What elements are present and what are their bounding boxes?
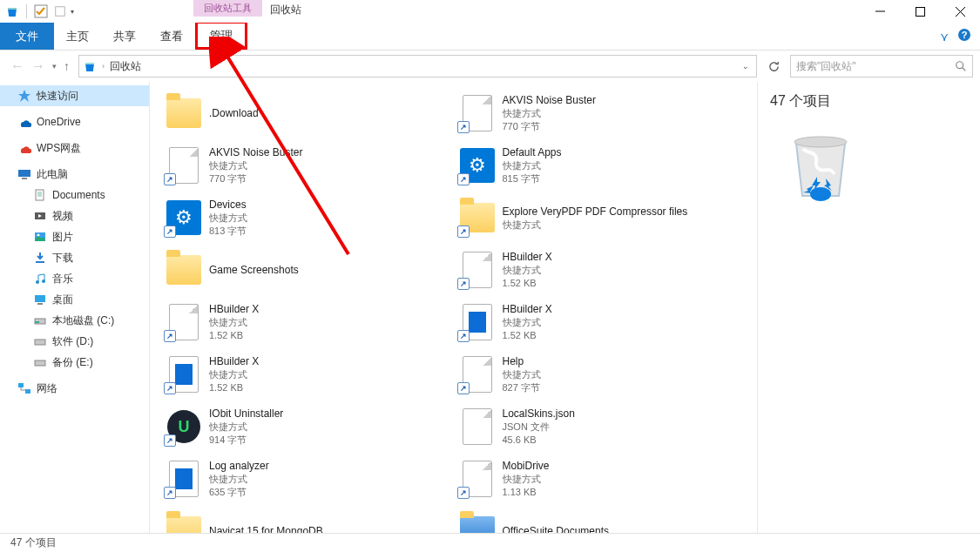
file-type: 快捷方式 [503, 368, 541, 381]
close-button[interactable] [940, 0, 980, 23]
file-item[interactable]: Help快捷方式827 字节 [454, 348, 747, 401]
file-item[interactable]: HBuilder X快捷方式1.52 KB [160, 348, 454, 401]
sidebar-item-label: 备份 (E:) [52, 355, 93, 370]
navigation-bar: ← → ▾ ↑ › 回收站 ⌄ [0, 50, 980, 82]
unknown-qat-icon[interactable] [51, 3, 69, 20]
file-item[interactable]: .Download [160, 87, 454, 139]
file-name: MobiDrive [503, 459, 550, 473]
qat-dropdown-icon[interactable] [71, 3, 78, 19]
sidebar-item-downloads[interactable]: 下载 [0, 247, 149, 268]
file-name: LocalSkins.json [503, 407, 575, 421]
network-icon [17, 381, 31, 395]
navigation-pane[interactable]: 快速访问 OneDrive WPS网盘 此电脑 Documents [0, 82, 150, 533]
content-area: 快速访问 OneDrive WPS网盘 此电脑 Documents [0, 82, 980, 533]
help-icon[interactable]: ? [957, 28, 971, 44]
cloud-icon [17, 115, 31, 129]
file-item[interactable]: HBuilder X快捷方式1.52 KB [454, 296, 747, 348]
minimize-button[interactable] [860, 0, 900, 23]
svg-point-14 [36, 280, 39, 284]
sidebar-item-drive-d[interactable]: 软件 (D:) [0, 331, 149, 352]
file-type: 快捷方式 [503, 159, 562, 172]
up-button[interactable]: ↑ [64, 59, 70, 73]
tab-home[interactable]: 主页 [54, 23, 101, 50]
file-name: Log analyzer [209, 459, 269, 473]
file-list[interactable]: .DownloadAKVIS Noise Buster快捷方式770 字节⚙De… [150, 82, 757, 533]
file-item[interactable]: ⚙Default Apps快捷方式815 字节 [454, 139, 747, 192]
maximize-button[interactable] [900, 0, 940, 23]
svg-marker-6 [18, 90, 30, 102]
status-bar: 47 个项目 [0, 533, 980, 552]
file-name: Explore VeryPDF PDF Compressor files [503, 205, 688, 219]
tab-file[interactable]: 文件 [0, 23, 54, 50]
sidebar-item-label: 本地磁盘 (C:) [52, 313, 114, 328]
file-size: 1.52 KB [503, 329, 552, 342]
star-icon [17, 89, 31, 103]
sidebar-item-pictures[interactable]: 图片 [0, 226, 149, 247]
tab-view[interactable]: 查看 [148, 23, 195, 50]
file-name: IObit Uninstaller [209, 407, 283, 421]
context-tab-label: 回收站工具 [193, 0, 262, 17]
file-item[interactable]: ⚙Devices快捷方式813 字节 [160, 192, 454, 244]
file-name: HBuilder X [503, 250, 552, 264]
sidebar-item-label: Documents [52, 189, 105, 201]
file-item[interactable]: OfficeSuite Documents [454, 505, 747, 533]
file-item[interactable]: Explore VeryPDF PDF Compressor files快捷方式 [454, 192, 747, 244]
refresh-button[interactable] [762, 55, 785, 77]
sidebar-item-onedrive[interactable]: OneDrive [0, 111, 149, 132]
file-item[interactable]: HBuilder X快捷方式1.52 KB [160, 296, 454, 348]
recycle-bin-large-icon [779, 123, 862, 206]
sidebar-item-label: 网络 [37, 381, 57, 396]
sidebar-item-this-pc[interactable]: 此电脑 [0, 164, 149, 185]
sidebar-item-network[interactable]: 网络 [0, 378, 149, 399]
search-box[interactable] [790, 55, 973, 77]
file-item[interactable]: AKVIS Noise Buster快捷方式770 字节 [160, 139, 454, 192]
sidebar-item-wps[interactable]: WPS网盘 [0, 138, 149, 158]
file-item[interactable]: LocalSkins.jsonJSON 文件45.6 KB [454, 401, 747, 453]
file-item[interactable]: MobiDrive快捷方式1.13 KB [454, 453, 747, 505]
breadcrumb-location[interactable]: 回收站 [110, 59, 141, 74]
tab-manage[interactable]: 管理 [195, 21, 247, 50]
tab-share[interactable]: 共享 [101, 23, 148, 50]
file-item[interactable]: AKVIS Noise Buster快捷方式770 字节 [454, 87, 747, 139]
window-title: 回收站 [270, 3, 301, 17]
ribbon-collapse-icon[interactable]: ⋎ [940, 30, 949, 44]
sidebar-item-videos[interactable]: 视频 [0, 205, 149, 226]
recycle-bin-icon[interactable] [3, 3, 21, 20]
address-dropdown-icon[interactable]: ⌄ [739, 62, 753, 71]
quick-access-toolbar [0, 3, 81, 20]
sidebar-item-desktop[interactable]: 桌面 [0, 289, 149, 310]
history-dropdown[interactable]: ▾ [52, 62, 57, 71]
sidebar-item-documents[interactable]: Documents [0, 185, 149, 205]
svg-rect-8 [22, 178, 27, 179]
file-item[interactable]: Navicat 15 for MongoDB [160, 505, 454, 533]
file-name: AKVIS Noise Buster [503, 93, 596, 107]
file-item[interactable]: HBuilder X快捷方式1.52 KB [454, 244, 747, 296]
file-type: JSON 文件 [503, 421, 575, 434]
file-item[interactable]: UIObit Uninstaller快捷方式914 字节 [160, 401, 454, 453]
svg-rect-17 [37, 303, 43, 305]
forward-button[interactable]: → [31, 58, 45, 74]
sidebar-item-quick-access[interactable]: 快速访问 [0, 85, 149, 106]
sidebar-item-label: 软件 (D:) [52, 334, 93, 349]
address-bar[interactable]: › 回收站 ⌄ [78, 55, 757, 77]
svg-rect-9 [36, 190, 44, 200]
svg-rect-20 [35, 340, 45, 345]
file-type: 快捷方式 [503, 219, 688, 232]
sidebar-item-drive-c[interactable]: 本地磁盘 (C:) [0, 310, 149, 331]
file-name: Navicat 15 for MongoDB [209, 524, 323, 533]
sidebar-item-music[interactable]: 音乐 [0, 268, 149, 289]
breadcrumb-separator[interactable]: › [100, 62, 106, 71]
properties-checkbox-icon[interactable] [32, 3, 50, 20]
file-size: 770 字节 [503, 120, 596, 133]
back-button[interactable]: ← [10, 58, 24, 74]
file-item[interactable]: Game Screenshots [160, 244, 454, 296]
sidebar-item-drive-e[interactable]: 备份 (E:) [0, 352, 149, 373]
file-item[interactable]: Log analyzer快捷方式635 字节 [160, 453, 454, 505]
file-type: 快捷方式 [209, 421, 283, 434]
search-input[interactable] [796, 60, 955, 72]
file-size: 815 字节 [503, 172, 562, 185]
music-icon [33, 272, 47, 286]
file-size: 1.52 KB [503, 277, 552, 290]
file-name: Help [503, 354, 541, 368]
pc-icon [17, 167, 31, 181]
